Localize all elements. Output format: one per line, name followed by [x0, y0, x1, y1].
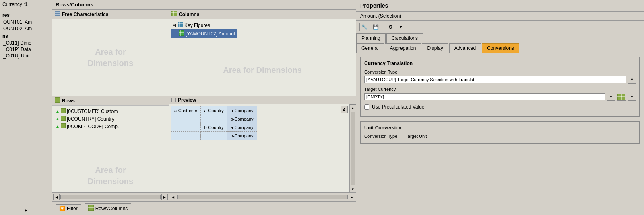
target-currency-dropdown[interactable]: ▼ [607, 93, 615, 101]
scroll-track-vertical[interactable] [351, 112, 355, 185]
left-panel: Currency ⇅ res OUNT01] Am OUNT02] Am ns … [0, 0, 52, 215]
properties-title: Properties [356, 0, 644, 12]
preview-dots-icon [171, 98, 176, 102]
free-char-body: Area for Dimensions [52, 19, 169, 96]
country-triangle-icon: ▲ [56, 117, 60, 121]
tab-planning[interactable]: Planning [356, 33, 386, 43]
filter-tab-btn[interactable]: 🔽 Filter [56, 204, 81, 213]
filter-icon: 🔽 [59, 206, 65, 211]
row-item-customer[interactable]: ▲ [0CUSTOMER] Custom [54, 107, 119, 115]
table-cell: b-Company [227, 115, 257, 123]
list-item[interactable]: _C01U] Unit [2, 53, 50, 59]
left-panel-header: Currency ⇅ [0, 0, 52, 9]
table-cell: a-Company [227, 106, 257, 115]
conversion-type-row: [YVARTGCUR] Target Currency Selection wi… [364, 76, 636, 84]
scroll-down-btn[interactable]: ▼ [350, 186, 356, 192]
tab-row-1: Planning Calculations [356, 33, 644, 43]
conversion-type-label: Conversion Type [364, 70, 636, 74]
list-item[interactable]: _C011] Dime [2, 40, 50, 46]
bottom-tab-bar: 🔽 Filter Rows/Columns [52, 201, 356, 215]
list-item[interactable]: OUNT02] Am [2, 25, 50, 32]
tree-item-key-figures[interactable]: ⊟ Key Figures [171, 21, 212, 29]
list-item[interactable]: _C01P] Data [2, 46, 50, 53]
preview-scroll-right[interactable]: ▶ [349, 194, 355, 200]
middle-panel: Rows/Columns Free Characteristics Area f… [52, 0, 356, 215]
target-currency-icon-btn[interactable] [617, 93, 626, 101]
free-characteristics-section: Free Characteristics Area for Dimensions [52, 10, 169, 96]
tab-display[interactable]: Display [422, 43, 448, 53]
rows-cols-label: Rows/Columns [95, 206, 128, 211]
target-currency-row: [EMPTY] ▼ ▼ [364, 93, 636, 101]
use-precalculated-label: Use Precalculated Value [372, 104, 425, 110]
rows-section: Rows ▲ [0CUSTOMER] Custom ▲ [52, 96, 169, 201]
preview-scroll-area: ◀ ▶ [169, 192, 356, 201]
icon-btn-dropdown[interactable]: ▼ [628, 93, 636, 101]
columns-label: Columns [179, 12, 199, 17]
tab-conversions[interactable]: Conversions [482, 43, 519, 53]
svg-rect-6 [178, 22, 183, 27]
customer-label: [0CUSTOMER] Custom [67, 109, 118, 114]
save-btn[interactable]: 💾 [371, 23, 380, 31]
collapse-icon: ⊟ [172, 23, 176, 28]
settings-dropdown-btn[interactable]: ▼ [397, 23, 405, 31]
list-item[interactable]: OUNT01] Am [2, 19, 50, 25]
yamount02-label: [YAMOUNT02] Amount [186, 31, 235, 37]
properties-content: Currency Translation Conversion Type [YV… [356, 53, 644, 215]
settings-btn[interactable]: ⚙ [386, 23, 395, 31]
unit-conversion-box: Unit Conversion Conversion Type Target U… [360, 121, 640, 144]
customer-grid-icon [61, 108, 66, 114]
table-cell: b-Country [201, 123, 227, 132]
unit-conversion-fields: Conversion Type Target Unit [364, 134, 636, 140]
rows-scroll-area: ◀ ▶ [52, 192, 169, 201]
preview-label: Preview [178, 97, 196, 103]
properties-panel: Properties Amount (Selection) 🔧 💾 ⚙ ▼ Pl… [356, 0, 644, 215]
columns-body: ⊟ Key Figures [YAMOUNT02] Amount [169, 19, 356, 96]
tree-item-yamount02[interactable]: [YAMOUNT02] Amount [171, 29, 237, 38]
section-ns: ns [2, 33, 50, 39]
preview-auto-btn[interactable]: A [341, 106, 348, 113]
use-precalculated-checkbox[interactable] [364, 104, 369, 110]
rows-label: Rows [62, 98, 75, 104]
currency-translation-title: Currency Translation [364, 61, 636, 66]
key-figures-icon [178, 22, 183, 29]
row-item-comp-code[interactable]: ▲ [0COMP_CODE] Comp. [54, 123, 120, 130]
country-label: [0COUNTRY] Country [67, 116, 114, 122]
rows-scroll-right[interactable]: ▶ [161, 194, 168, 200]
target-currency-value[interactable]: [EMPTY] [364, 93, 605, 100]
tab-calculations[interactable]: Calculations [386, 33, 423, 43]
rows-cols-tab-btn[interactable]: Rows/Columns [85, 203, 132, 213]
svg-rect-0 [55, 11, 60, 16]
properties-subtitle: Amount (Selection) [356, 12, 644, 21]
unit-target-unit-label: Target Unit [405, 134, 427, 139]
unit-conversion-title: Unit Conversion [364, 125, 636, 131]
tab-general[interactable]: General [356, 43, 384, 53]
preview-right-scrollbar[interactable]: ▲ ▼ [349, 104, 356, 192]
comp-code-triangle-icon: ▲ [56, 124, 60, 129]
preview-scroll-left[interactable]: ◀ [170, 194, 176, 200]
tab-advanced[interactable]: Advanced [449, 43, 481, 53]
target-currency-label: Target Currency [364, 87, 636, 92]
middle-bottom: Rows ▲ [0CUSTOMER] Custom ▲ [52, 96, 356, 201]
wrench-btn[interactable]: 🔧 [359, 23, 369, 31]
middle-top: Free Characteristics Area for Dimensions… [52, 10, 356, 96]
table-cell [201, 115, 227, 123]
conversion-type-dropdown[interactable]: ▼ [628, 76, 636, 84]
left-panel-title: Currency [2, 2, 22, 7]
preview-scroll-track[interactable] [177, 195, 348, 199]
table-cell: b-Company [227, 132, 257, 140]
rows-icon [55, 97, 60, 104]
conversion-type-value[interactable]: [YVARTGCUR] Target Currency Selection wi… [364, 76, 626, 83]
svg-rect-15 [61, 116, 66, 121]
rows-header: Rows [52, 96, 169, 106]
rows-scroll-left[interactable]: ◀ [53, 194, 60, 200]
row-item-country[interactable]: ▲ [0COUNTRY] Country [54, 115, 116, 123]
svg-rect-9 [179, 30, 184, 36]
scroll-up-btn[interactable]: ▲ [350, 104, 356, 111]
filter-label: Filter [67, 206, 78, 211]
table-cell: a-Country [201, 106, 227, 115]
scroll-right-btn[interactable]: ▶ [23, 207, 29, 213]
sort-icon[interactable]: ⇅ [24, 2, 28, 7]
table-cell [171, 115, 201, 123]
tab-aggregation[interactable]: Aggregation [385, 43, 421, 53]
rows-scroll-track[interactable] [60, 195, 161, 199]
